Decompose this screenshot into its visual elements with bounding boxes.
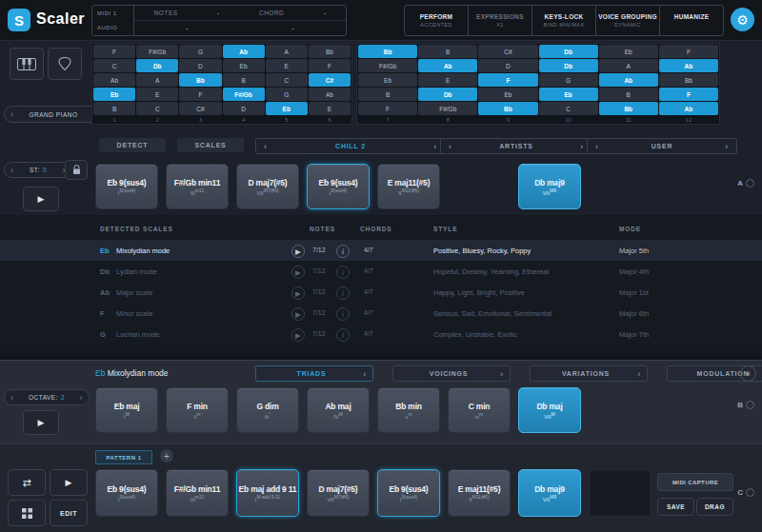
- perform-section-perform[interactable]: PERFORMACCENTED: [405, 6, 469, 35]
- grid-cell[interactable]: Ab: [599, 73, 658, 87]
- audio-value[interactable]: -: [291, 25, 294, 31]
- grid-cell[interactable]: Ab: [309, 88, 351, 101]
- grid-cell[interactable]: Eb: [266, 102, 308, 115]
- chord-card[interactable]: Bb minvm: [377, 387, 440, 433]
- section-b-dot[interactable]: [746, 401, 754, 409]
- grid-cell[interactable]: D: [179, 59, 221, 72]
- grid-cell[interactable]: Ab: [223, 45, 265, 58]
- grid-cell[interactable]: Bb: [309, 45, 351, 58]
- chord-card[interactable]: Ab majIVM: [307, 387, 370, 433]
- grid-cell[interactable]: C#: [309, 73, 351, 87]
- chord-card[interactable]: Eb majIM: [95, 387, 158, 433]
- grid-cell[interactable]: F: [309, 59, 351, 72]
- chord-card[interactable]: E maj11(#5)IIM11(#5): [377, 164, 440, 209]
- chord-card[interactable]: Db maj9VIIM9: [518, 164, 581, 209]
- grid-cell[interactable]: F#/Gb: [418, 102, 477, 115]
- section-a-dot[interactable]: [746, 179, 754, 187]
- grid-cell[interactable]: Db: [539, 45, 598, 58]
- chord-card[interactable]: Db maj9VIIM9: [518, 469, 581, 517]
- scale-play-button[interactable]: ▶: [291, 286, 305, 300]
- grid-cell[interactable]: G: [266, 88, 308, 101]
- chevron-right-icon[interactable]: ›: [725, 142, 729, 151]
- chord-card[interactable]: F#/Gb min11IIIm11: [166, 164, 229, 209]
- notes-value[interactable]: -: [217, 10, 220, 16]
- chord-card[interactable]: Eb 9(sus4)I9(sus4): [377, 469, 440, 517]
- semitone-selector[interactable]: ‹ ST: 0 ›: [4, 162, 72, 178]
- grid-cell[interactable]: F: [478, 73, 537, 87]
- session-selector[interactable]: ‹ CHILL 2 ›: [255, 138, 446, 154]
- scale-play-button[interactable]: ▶: [291, 328, 305, 342]
- octave-selector[interactable]: ‹ OCTAVE: 2 ›: [4, 389, 90, 405]
- grid-cell[interactable]: Bb: [358, 45, 417, 58]
- section-b-play-button[interactable]: ▶: [23, 410, 59, 435]
- perform-section-expressions[interactable]: EXPRESSIONSX1: [469, 6, 532, 35]
- scale-row[interactable]: DbLydian mode▶7/12i4/7Hopeful, Dreamy, Y…: [0, 261, 762, 282]
- grid-cell[interactable]: F: [659, 88, 718, 101]
- info-icon[interactable]: i: [336, 286, 350, 300]
- grid-cell[interactable]: F#/Gb: [358, 59, 417, 72]
- settings-button[interactable]: ⚙: [731, 8, 754, 31]
- grid-cell[interactable]: C: [266, 73, 308, 87]
- grid-cell[interactable]: A: [266, 45, 308, 58]
- grid-cell[interactable]: Eb: [599, 45, 658, 58]
- chevron-left-icon[interactable]: ‹: [10, 393, 14, 403]
- lock-button[interactable]: [65, 160, 88, 180]
- grid-cell[interactable]: Ab: [659, 102, 718, 115]
- info-icon[interactable]: i: [336, 266, 350, 279]
- chord-card[interactable]: Eb maj add 9 11IM add 9 11: [236, 469, 299, 517]
- chevron-left-icon[interactable]: ‹: [264, 142, 268, 151]
- midi-capture-button[interactable]: MIDI CAPTURE: [657, 473, 733, 491]
- grid-cell[interactable]: B: [358, 88, 417, 101]
- scale-play-button[interactable]: ▶: [291, 245, 305, 258]
- detect-tab[interactable]: DETECT: [99, 138, 166, 152]
- grid-cell[interactable]: C#: [478, 45, 537, 58]
- artists-selector[interactable]: ‹ ARTISTS ›: [440, 138, 592, 154]
- grid-cell[interactable]: Eb: [539, 88, 598, 101]
- grid-cell[interactable]: B: [418, 45, 477, 58]
- instrument-selector[interactable]: ‹ GRAND PIANO ›: [4, 106, 103, 123]
- grid-cell[interactable]: D: [478, 59, 537, 72]
- chord-card[interactable]: Eb 9(sus4)I9(sus4): [95, 469, 158, 517]
- tab-triads[interactable]: TRIADS›: [255, 365, 373, 382]
- grid-cell[interactable]: Ab: [418, 59, 477, 72]
- edit-button[interactable]: EDIT: [50, 500, 88, 526]
- close-button[interactable]: ×: [740, 365, 756, 382]
- chord-card[interactable]: Eb 9(sus4)I9(sus4): [95, 164, 158, 209]
- tab-voicings[interactable]: VOICINGS›: [392, 365, 511, 382]
- add-pattern-button[interactable]: +: [160, 449, 173, 463]
- grid-cell[interactable]: E: [266, 59, 308, 72]
- grid-cell[interactable]: F: [93, 45, 135, 58]
- chevron-right-icon[interactable]: ›: [79, 393, 83, 403]
- grid-cell[interactable]: Eb: [223, 59, 265, 72]
- grid-cell[interactable]: Ab: [659, 59, 718, 72]
- scale-row[interactable]: GLocrian mode▶7/12i4/7Complex, Unstable,…: [0, 324, 762, 345]
- chord-card[interactable]: E maj11(#5)IIM11(#5): [448, 469, 511, 517]
- grid-cell[interactable]: C#: [179, 102, 221, 115]
- save-button[interactable]: SAVE: [657, 498, 694, 516]
- grid-cell[interactable]: E: [136, 88, 178, 101]
- grid-cell[interactable]: Eb: [358, 73, 417, 87]
- chord-card[interactable]: Eb 9(sus4)I9(sus4): [307, 164, 370, 209]
- perform-section-keys-lock[interactable]: KEYS-LOCKBIND MIN/MAX: [532, 6, 596, 35]
- perform-section-voice-grouping[interactable]: VOICE GROUPINGDYNAMIC: [596, 6, 660, 35]
- grid-cell[interactable]: C: [539, 102, 598, 115]
- chevron-right-icon[interactable]: ›: [433, 142, 437, 151]
- chevron-left-icon[interactable]: ‹: [10, 166, 14, 175]
- grid-cell[interactable]: Bb: [179, 73, 221, 87]
- keyboard-view-button[interactable]: [10, 48, 44, 80]
- chevron-left-icon[interactable]: ‹: [10, 109, 14, 119]
- chord-card[interactable]: C minvim: [448, 387, 511, 433]
- drag-button[interactable]: DRAG: [696, 498, 733, 516]
- grid-cell[interactable]: G: [179, 45, 221, 58]
- chord-card[interactable]: F#/Gb min11IIIm11: [166, 469, 229, 517]
- grid-cell[interactable]: Db: [136, 59, 178, 72]
- perform-section-humanize[interactable]: HUMANIZE: [660, 6, 723, 35]
- grid-cell[interactable]: Ab: [93, 73, 135, 87]
- grid-cell[interactable]: B: [93, 102, 135, 115]
- grid-cell[interactable]: F#/Gb: [136, 45, 178, 58]
- scale-row[interactable]: FMinor scale▶7/12i4/7Serious, Sad, Emoti…: [0, 303, 762, 324]
- grid-cell[interactable]: A: [136, 73, 178, 87]
- grid-cell[interactable]: Eb: [478, 88, 537, 101]
- grid-cell[interactable]: B: [223, 73, 265, 87]
- grid-cell[interactable]: B: [599, 88, 658, 101]
